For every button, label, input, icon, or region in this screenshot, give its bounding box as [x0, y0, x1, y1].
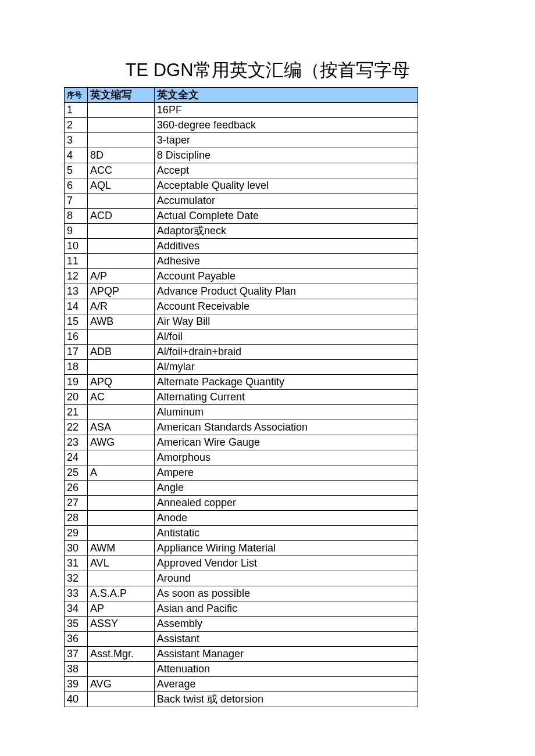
table-row: 14A/RAccount Receivable — [65, 299, 418, 314]
cell-seq: 24 — [65, 450, 88, 465]
table-row: 21Aluminum — [65, 405, 418, 420]
table-row: 9Adaptor或neck — [65, 224, 418, 239]
table-body: 116PF2360-degree feedback33-taper48D8 Di… — [65, 103, 418, 707]
cell-full: Around — [154, 571, 418, 586]
table-row: 34APAsian and Pacific — [65, 601, 418, 617]
cell-full: Amorphous — [154, 450, 418, 465]
cell-full: Adhesive — [154, 254, 418, 269]
cell-full: 8 Discipline — [154, 148, 418, 163]
cell-seq: 19 — [65, 375, 88, 390]
glossary-table: 序号 英文缩写 英文全文 116PF2360-degree feedback33… — [64, 87, 418, 707]
cell-abbr — [87, 118, 154, 133]
cell-full: Appliance Wiring Material — [154, 541, 418, 556]
cell-abbr: ADB — [87, 345, 154, 360]
cell-full: Actual Complete Date — [154, 209, 418, 224]
table-row: 26Angle — [65, 481, 418, 496]
cell-abbr — [87, 511, 154, 526]
cell-seq: 21 — [65, 405, 88, 420]
header-seq: 序号 — [65, 88, 88, 103]
cell-abbr: AQL — [87, 178, 154, 194]
cell-full: Acceptable Quality level — [154, 178, 418, 194]
cell-abbr: AWG — [87, 435, 154, 450]
cell-seq: 16 — [65, 329, 88, 345]
table-row: 16Al/foil — [65, 329, 418, 345]
cell-full: Al/foil — [154, 329, 418, 345]
cell-seq: 9 — [65, 224, 88, 239]
cell-seq: 17 — [65, 345, 88, 360]
cell-abbr: A.S.A.P — [87, 586, 154, 601]
cell-full: Assembly — [154, 617, 418, 632]
cell-full: Accumulator — [154, 194, 418, 209]
cell-abbr: AVL — [87, 556, 154, 571]
cell-full: Assistant — [154, 632, 418, 647]
cell-full: Alternate Package Quantity — [154, 375, 418, 390]
cell-abbr: A/P — [87, 269, 154, 284]
table-row: 33A.S.A.PAs soon as possible — [65, 586, 418, 601]
cell-full: As soon as possible — [154, 586, 418, 601]
cell-seq: 32 — [65, 571, 88, 586]
cell-abbr: A — [87, 465, 154, 481]
cell-seq: 3 — [65, 133, 88, 148]
table-row: 23AWGAmerican Wire Gauge — [65, 435, 418, 450]
table-row: 24Amorphous — [65, 450, 418, 465]
cell-seq: 31 — [65, 556, 88, 571]
table-row: 19APQAlternate Package Quantity — [65, 375, 418, 390]
cell-seq: 35 — [65, 617, 88, 632]
cell-full: Account Payable — [154, 269, 418, 284]
cell-seq: 8 — [65, 209, 88, 224]
cell-seq: 12 — [65, 269, 88, 284]
cell-seq: 29 — [65, 526, 88, 541]
table-row: 18Al/mylar — [65, 360, 418, 375]
cell-abbr — [87, 239, 154, 254]
cell-abbr — [87, 405, 154, 420]
cell-seq: 6 — [65, 178, 88, 194]
table-header-row: 序号 英文缩写 英文全文 — [65, 88, 418, 103]
cell-seq: 34 — [65, 601, 88, 617]
table-row: 7Accumulator — [65, 194, 418, 209]
table-row: 31AVLApproved Vendor List — [65, 556, 418, 571]
table-row: 13APQPAdvance Product Quality Plan — [65, 284, 418, 299]
cell-seq: 7 — [65, 194, 88, 209]
cell-seq: 22 — [65, 420, 88, 435]
cell-abbr — [87, 662, 154, 677]
table-row: 48D8 Discipline — [65, 148, 418, 163]
cell-abbr: ASA — [87, 420, 154, 435]
table-row: 33-taper — [65, 133, 418, 148]
cell-abbr — [87, 571, 154, 586]
table-row: 40Back twist 或 detorsion — [65, 692, 418, 707]
cell-full: Advance Product Quality Plan — [154, 284, 418, 299]
cell-abbr: AWM — [87, 541, 154, 556]
cell-seq: 28 — [65, 511, 88, 526]
table-row: 28Anode — [65, 511, 418, 526]
cell-abbr — [87, 103, 154, 118]
cell-abbr — [87, 450, 154, 465]
cell-abbr — [87, 360, 154, 375]
table-row: 6AQLAcceptable Quality level — [65, 178, 418, 194]
cell-full: Attenuation — [154, 662, 418, 677]
cell-seq: 1 — [65, 103, 88, 118]
cell-seq: 37 — [65, 647, 88, 662]
header-full: 英文全文 — [154, 88, 418, 103]
cell-full: American Wire Gauge — [154, 435, 418, 450]
cell-abbr: AWB — [87, 314, 154, 329]
cell-abbr — [87, 632, 154, 647]
cell-full: Back twist 或 detorsion — [154, 692, 418, 707]
cell-seq: 15 — [65, 314, 88, 329]
cell-abbr — [87, 526, 154, 541]
cell-seq: 39 — [65, 677, 88, 692]
cell-full: Assistant Manager — [154, 647, 418, 662]
cell-full: Air Way Bill — [154, 314, 418, 329]
cell-full: 16PF — [154, 103, 418, 118]
cell-seq: 10 — [65, 239, 88, 254]
table-row: 12A/PAccount Payable — [65, 269, 418, 284]
cell-abbr: AC — [87, 390, 154, 405]
cell-abbr: 8D — [87, 148, 154, 163]
cell-seq: 18 — [65, 360, 88, 375]
table-row: 27Annealed copper — [65, 496, 418, 511]
cell-full: Alternating Current — [154, 390, 418, 405]
table-row: 116PF — [65, 103, 418, 118]
cell-abbr — [87, 329, 154, 345]
cell-full: 360-degree feedback — [154, 118, 418, 133]
cell-seq: 13 — [65, 284, 88, 299]
table-row: 35ASSYAssembly — [65, 617, 418, 632]
